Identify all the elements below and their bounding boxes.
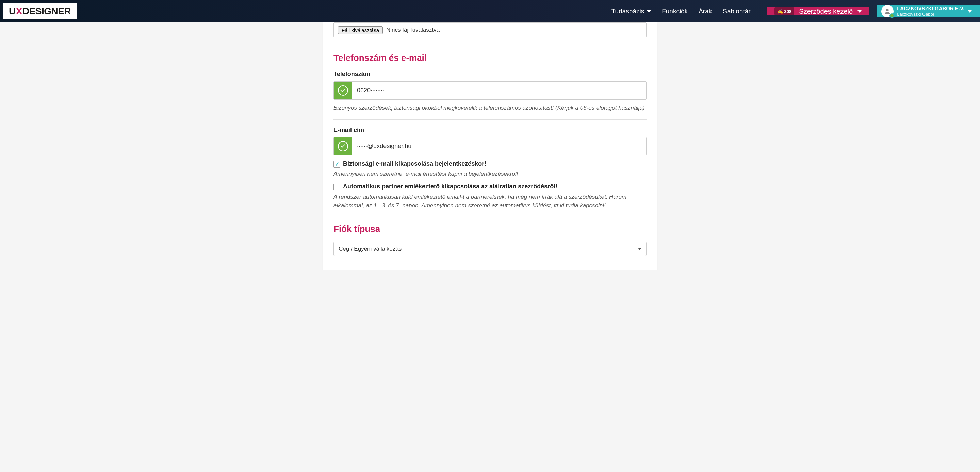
logo-u: U: [9, 6, 16, 16]
email-input[interactable]: [352, 137, 646, 155]
contract-count: 308: [784, 9, 792, 14]
top-navbar: UXDESIGNER Tudásbázis Funkciók Árak Sabl…: [0, 0, 980, 22]
account-type-value: Cég / Egyéni vállalkozás: [339, 246, 638, 252]
phone-input-group: [334, 81, 646, 100]
nav-contract-label: Szerződés kezelő: [799, 8, 853, 15]
check-circle-icon: [338, 85, 348, 95]
security-email-checkbox-row: Biztonsági e-mail kikapcsolása bejelentk…: [334, 160, 646, 168]
nav-templates[interactable]: Sablontár: [721, 8, 752, 15]
form-card: Fájl kiválasztása Nincs fájl kiválasztva…: [323, 22, 657, 270]
file-status-text: Nincs fájl kiválasztva: [386, 27, 440, 33]
user-subname: Laczkovszki Gábor: [897, 11, 964, 17]
user-texts: LACZKOVSZKI GÁBOR E.V. Laczkovszki Gábor: [897, 5, 964, 17]
check-mark-icon: [340, 87, 345, 92]
phone-hint: Bizonyos szerződések, biztonsági okokból…: [334, 104, 646, 113]
logo-rest: DESIGNER: [22, 6, 71, 16]
check-mark-icon: [340, 143, 345, 148]
divider: [334, 119, 646, 120]
nav-pricing-label: Árak: [698, 8, 712, 15]
file-input-row[interactable]: Fájl kiválasztása Nincs fájl kiválasztva: [334, 22, 646, 37]
nav-spacer: [77, 0, 610, 22]
section-contact-title: Telefonszám és e-mail: [334, 53, 646, 63]
nav-knowledge[interactable]: Tudásbázis: [610, 8, 652, 15]
nav-user-menu[interactable]: LACZKOVSZKI GÁBOR E.V. Laczkovszki Gábor: [877, 5, 980, 17]
nav-pricing[interactable]: Árak: [697, 8, 713, 15]
logo-x: X: [16, 6, 22, 16]
reminder-hint: A rendszer automatikusan küld emlékeztet…: [334, 192, 646, 210]
contract-badge: ✍ 308: [775, 8, 795, 15]
nav-templates-label: Sablontár: [723, 8, 750, 15]
page: Fájl kiválasztása Nincs fájl kiválasztva…: [0, 22, 980, 270]
nav-knowledge-label: Tudásbázis: [611, 8, 644, 15]
user-name: LACZKOVSZKI GÁBOR E.V.: [897, 5, 964, 11]
nav-contract-manager[interactable]: ✍ 308 Szerződés kezelő: [767, 8, 869, 15]
check-circle-icon: [338, 141, 348, 151]
nav-features[interactable]: Funkciók: [660, 8, 689, 15]
chevron-down-icon: [647, 10, 651, 13]
email-input-group: [334, 137, 646, 156]
nav-features-label: Funkciók: [662, 8, 688, 15]
phone-label: Telefonszám: [334, 71, 646, 78]
status-dot-icon: [889, 13, 894, 18]
reminder-checkbox[interactable]: [334, 184, 340, 191]
logo-wrap: UXDESIGNER: [0, 0, 77, 22]
svg-point-0: [886, 9, 889, 11]
nav-items: Tudásbázis Funkciók Árak Sablontár ✍ 308…: [610, 0, 980, 22]
avatar: [881, 5, 894, 17]
email-label: E-mail cím: [334, 127, 646, 133]
reminder-label: Automatikus partner emlékeztető kikapcso…: [343, 183, 557, 190]
phone-valid-indicator: [334, 82, 352, 99]
security-email-hint: Amennyiben nem szeretne, e-mail értesíté…: [334, 170, 646, 178]
security-email-checkbox[interactable]: [334, 161, 340, 168]
reminder-checkbox-row: Automatikus partner emlékeztető kikapcso…: [334, 183, 646, 191]
email-valid-indicator: [334, 137, 352, 155]
chevron-down-icon: [858, 10, 862, 13]
chevron-down-icon: [638, 248, 641, 250]
phone-input[interactable]: [352, 82, 646, 99]
section-account-title: Fiók típusa: [334, 224, 646, 234]
signature-icon: ✍: [777, 8, 783, 14]
divider: [334, 46, 646, 46]
account-type-select[interactable]: Cég / Egyéni vállalkozás: [334, 242, 646, 256]
logo[interactable]: UXDESIGNER: [3, 3, 77, 19]
chevron-down-icon: [968, 10, 972, 13]
security-email-label: Biztonsági e-mail kikapcsolása bejelentk…: [343, 160, 486, 167]
file-choose-button[interactable]: Fájl kiválasztása: [338, 26, 383, 34]
